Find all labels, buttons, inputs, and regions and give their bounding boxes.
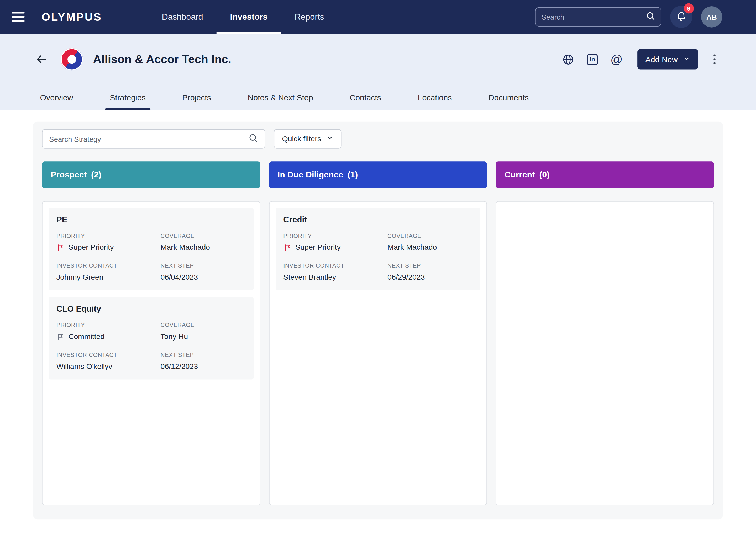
board-toolbar: Quick filters [42,129,714,148]
column-body-in-due-diligence: Credit PRIORITY Super Priority COVERAGE … [269,201,487,505]
next-step-value: 06/29/2023 [388,273,473,282]
strategy-search[interactable] [42,129,265,148]
column-title: In Due Diligence [278,170,343,180]
next-step-value: 06/12/2023 [161,362,246,371]
tab-locations[interactable]: Locations [417,85,453,110]
coverage-label: COVERAGE [161,322,246,328]
coverage-value: Tony Hu [161,332,246,341]
strategy-card-title: PE [56,215,246,225]
column-body-prospect: PE PRIORITY Super Priority COVERAGE Mark… [42,201,260,505]
investor-contact-label: INVESTOR CONTACT [283,262,388,269]
strategy-card-credit[interactable]: Credit PRIORITY Super Priority COVERAGE … [276,208,480,291]
column-title: Current [504,170,535,180]
priority-flag-icon [283,243,291,252]
nav-item-reports[interactable]: Reports [281,0,338,34]
priority-label: PRIORITY [283,232,388,239]
investor-contact-label: INVESTOR CONTACT [56,351,161,358]
investor-contact-value: Johnny Green [56,273,161,282]
tab-projects[interactable]: Projects [181,85,212,110]
column-count: (2) [91,170,101,180]
nav-item-dashboard[interactable]: Dashboard [148,0,217,34]
tab-documents[interactable]: Documents [487,85,530,110]
notification-badge: 9 [684,3,694,14]
tab-overview[interactable]: Overview [39,85,74,110]
top-navigation-bar: OLYMPUS Dashboard Investors Reports 9 [0,0,756,34]
priority-value: Super Priority [283,243,388,252]
global-search[interactable] [535,7,662,27]
tab-strategies[interactable]: Strategies [109,85,147,110]
hamburger-menu-icon[interactable] [12,7,31,27]
column-count: (1) [348,170,358,180]
page-title: Allison & Accor Tech Inc. [93,52,231,66]
linkedin-icon[interactable]: in [587,54,598,65]
kanban-board: Prospect (2) PE PRIORITY Super Priority … [42,161,714,505]
notifications-button[interactable]: 9 [670,6,692,28]
investor-contact-value: Williams O'kellyv [56,362,161,371]
bell-icon [676,11,687,23]
strategy-card-clo-equity[interactable]: CLO Equity PRIORITY Committed COVERAGE T… [49,297,254,379]
company-logo [61,48,83,70]
tab-notes-next-step[interactable]: Notes & Next Step [247,85,314,110]
company-header-section: Allison & Accor Tech Inc. in @ Add New [0,34,756,110]
global-search-input[interactable] [542,13,646,21]
strategies-board-panel: Quick filters Prospect (2) PE PRIORITY [33,122,723,519]
brand-logo: OLYMPUS [41,10,102,23]
primary-nav: Dashboard Investors Reports [148,0,338,34]
column-header-in-due-diligence: In Due Diligence (1) [269,161,487,188]
entity-tabs: Overview Strategies Projects Notes & Nex… [0,85,756,110]
website-globe-icon[interactable] [562,53,574,65]
next-step-label: NEXT STEP [388,262,473,269]
tab-contacts[interactable]: Contacts [349,85,382,110]
next-step-label: NEXT STEP [161,351,246,358]
next-step-label: NEXT STEP [161,262,246,269]
column-body-current [496,201,714,505]
coverage-label: COVERAGE [161,232,246,239]
chevron-down-icon [326,134,333,143]
strategy-search-input[interactable] [49,135,248,143]
nav-item-investors[interactable]: Investors [217,0,281,34]
priority-value: Committed [56,332,161,341]
back-button[interactable] [33,51,50,68]
kanban-column-current: Current (0) [496,161,714,505]
quick-filters-button[interactable]: Quick filters [274,129,341,148]
strategy-card-title: Credit [283,215,472,225]
chevron-down-icon [683,55,690,64]
strategy-card-pe[interactable]: PE PRIORITY Super Priority COVERAGE Mark… [49,208,254,291]
column-title: Prospect [51,170,87,180]
search-icon [645,11,655,23]
next-step-value: 06/04/2023 [161,273,246,282]
add-new-button[interactable]: Add New [637,49,698,69]
priority-flag-icon [56,332,65,341]
column-header-current: Current (0) [496,161,714,188]
at-mention-icon[interactable]: @ [610,53,623,65]
column-count: (0) [539,170,550,180]
column-header-prospect: Prospect (2) [42,161,260,188]
priority-flag-icon [56,243,65,252]
priority-label: PRIORITY [56,322,161,328]
coverage-label: COVERAGE [388,232,473,239]
priority-label: PRIORITY [56,232,161,239]
coverage-value: Mark Machado [161,243,246,252]
priority-value: Super Priority [56,243,161,252]
more-options-icon[interactable] [710,51,718,67]
strategy-card-title: CLO Equity [56,304,246,314]
kanban-column-in-due-diligence: In Due Diligence (1) Credit PRIORITY Sup… [269,161,487,505]
search-icon [248,133,258,145]
user-avatar[interactable]: AB [701,6,722,28]
investor-contact-label: INVESTOR CONTACT [56,262,161,269]
app-root: OLYMPUS Dashboard Investors Reports 9 [0,0,756,533]
kanban-column-prospect: Prospect (2) PE PRIORITY Super Priority … [42,161,260,505]
coverage-value: Mark Machado [388,243,473,252]
investor-contact-value: Steven Brantley [283,273,388,282]
